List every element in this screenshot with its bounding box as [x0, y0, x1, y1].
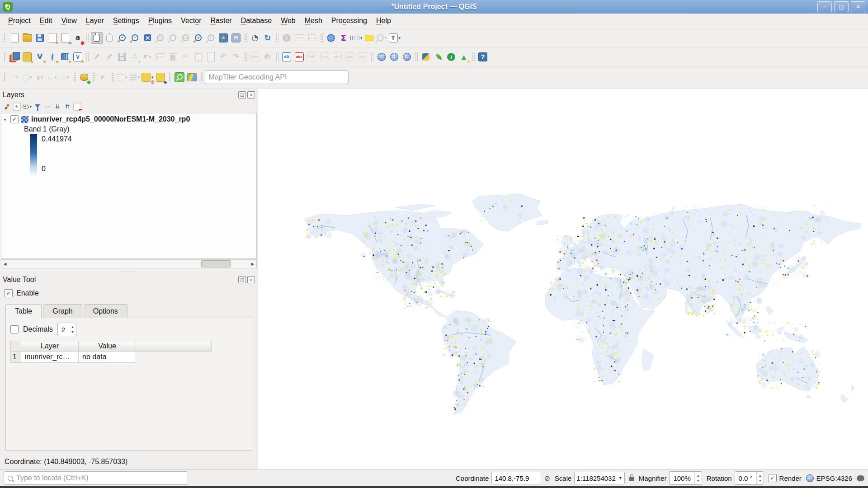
new-spatial-bookmark-button[interactable]: ★ — [217, 32, 229, 44]
delete-selected-button[interactable] — [167, 51, 179, 63]
add-feature-button[interactable]: ∴★ — [129, 51, 141, 63]
show-statistics-panel-button[interactable]: Σ — [338, 32, 349, 44]
measure-line-dropdown-icon[interactable]: ▾ — [360, 36, 363, 40]
digitize-ellipse-button[interactable]: ◖▾ — [34, 71, 46, 83]
lock-scale-icon[interactable] — [629, 477, 634, 481]
zoom-full-button[interactable] — [142, 32, 153, 44]
new-temporary-scratch-layer-button[interactable]: ★ — [59, 51, 71, 63]
close-button[interactable]: × — [851, 1, 865, 12]
render-checkbox[interactable]: ✓ — [769, 474, 777, 482]
menu-layer[interactable]: Layer — [81, 15, 108, 27]
enable-checkbox[interactable]: ✓ — [5, 289, 13, 297]
scale-combo[interactable]: 1:118254032 ▼ — [574, 472, 624, 484]
python-console-button[interactable] — [420, 51, 432, 63]
style-manager-button[interactable]: a● — [72, 32, 84, 44]
save-project-button[interactable] — [34, 32, 46, 44]
layers-no-entry-dropdown-icon[interactable]: ▾ — [151, 75, 154, 80]
highlight-pinned-labels-button[interactable]: ab — [281, 51, 292, 63]
menu-processing[interactable]: Processing — [327, 15, 372, 27]
pan-map-to-selection-button[interactable] — [104, 32, 115, 44]
toolbar-handle[interactable] — [4, 52, 6, 61]
menu-view[interactable]: View — [57, 15, 81, 27]
extents-toggle-icon[interactable]: ⊘ — [544, 474, 550, 483]
toolbar-handle[interactable] — [169, 73, 171, 82]
minimize-button[interactable]: − — [817, 1, 832, 12]
processing-toolbox-button[interactable] — [325, 32, 337, 44]
measure-line-button[interactable]: ▾ — [350, 32, 363, 44]
value-tool-float-button[interactable]: ◱ — [238, 276, 246, 283]
rotation-down-icon[interactable]: ▼ — [757, 478, 764, 483]
pan-map-button[interactable] — [91, 32, 103, 44]
menu-edit[interactable]: Edit — [35, 15, 57, 27]
paste-features-button[interactable] — [205, 51, 217, 63]
metasearch-button[interactable] — [376, 51, 387, 63]
refresh-map-button[interactable]: ↻ — [262, 32, 274, 44]
new-virtual-layer-button[interactable]: V★ — [72, 51, 84, 63]
modify-attributes-button[interactable] — [154, 51, 166, 63]
deselect-features-dropdown-icon[interactable]: ▾ — [137, 75, 140, 80]
copy-features-button[interactable] — [192, 51, 204, 63]
menu-mesh[interactable]: Mesh — [300, 15, 327, 27]
collapse-all-button[interactable]: ⇈ — [63, 103, 71, 111]
toggle-editing-button[interactable] — [104, 51, 115, 63]
toolbar-handle[interactable] — [244, 52, 247, 61]
change-label-button[interactable]: abc — [357, 51, 368, 63]
value-tool-close-button[interactable]: × — [247, 276, 255, 283]
tab-table[interactable]: Table — [5, 304, 42, 318]
layers-tree[interactable]: ▾ ✓ inunriver_rcp4p5_00000NorESM1-M_2030… — [1, 113, 257, 258]
scroll-right-icon[interactable]: ▶ — [249, 260, 256, 268]
magnifier-up-icon[interactable]: ▲ — [695, 473, 702, 478]
manage-map-themes-dropdown-icon[interactable]: ▾ — [30, 105, 32, 109]
nominatim-geocoder-button[interactable]: ▾ — [376, 32, 388, 44]
filter-legend-by-expression-dropdown-icon[interactable]: ▾ — [48, 105, 50, 109]
layer-diagram-options-button[interactable] — [262, 51, 274, 63]
plugin-info-button[interactable]: i — [445, 51, 457, 63]
open-attribute-table-button[interactable] — [293, 32, 305, 44]
show-hide-labels-button[interactable]: abc — [319, 51, 330, 63]
menu-settings[interactable]: Settings — [108, 15, 144, 27]
select-features-dropdown-icon[interactable]: ▾ — [125, 75, 127, 80]
toolbar-handle[interactable] — [415, 52, 418, 61]
rotation-stepper[interactable]: 0.0 ° ▲▼ — [735, 471, 764, 485]
menu-vector[interactable]: Vector — [176, 15, 206, 27]
magnifier-stepper[interactable]: 100% ▲▼ — [669, 471, 702, 485]
layers-float-button[interactable]: ◱ — [238, 91, 246, 99]
redo-button[interactable]: ↷ — [230, 51, 242, 63]
db-manager-button[interactable]: ● — [78, 71, 90, 83]
open-project-button[interactable] — [21, 32, 33, 44]
decimals-stepper[interactable]: 2 ▲▼ — [57, 323, 76, 336]
layers-close-button[interactable]: × — [247, 91, 255, 99]
rotation-up-icon[interactable]: ▲ — [757, 473, 764, 478]
restore-button[interactable]: ◱ — [834, 1, 849, 12]
remove-layer-group-button[interactable]: ▬ — [73, 103, 81, 111]
show-spatial-bookmarks-button[interactable]: ▤ — [230, 32, 242, 44]
filter-legend-by-expression-button[interactable]: ε▾ — [43, 103, 52, 111]
zoom-to-selection-button[interactable]: + — [154, 32, 166, 44]
layer-expander-icon[interactable]: ▾ — [2, 117, 8, 122]
toolbar-handle[interactable] — [4, 73, 6, 82]
select-features-button[interactable]: ▾ — [116, 71, 128, 83]
toolbar-handle[interactable] — [86, 33, 89, 42]
data-source-manager-button[interactable] — [9, 51, 20, 63]
new-print-layout-button[interactable]: ★ — [47, 32, 58, 44]
tab-options[interactable]: Options — [84, 304, 127, 318]
messages-icon[interactable] — [857, 475, 864, 481]
plugin-wizard-button[interactable]: ▲★ — [458, 51, 470, 63]
digitize-circle-dropdown-icon[interactable]: ▾ — [30, 75, 33, 80]
digitize-with-curve-button[interactable]: ◠▾ — [9, 71, 20, 83]
toolbar-handle[interactable] — [371, 52, 373, 61]
layer-visibility-checkbox[interactable]: ✓ — [10, 115, 19, 123]
new-shapefile-layer-button[interactable]: V★ — [34, 51, 46, 63]
layer-labeling-options-button[interactable]: abc — [249, 51, 261, 63]
menu-project[interactable]: Project — [4, 15, 35, 27]
digitize-regular-polygon-dropdown-icon[interactable]: ▾ — [67, 75, 69, 80]
scroll-left-icon[interactable]: ◀ — [1, 260, 9, 268]
new-project-button[interactable] — [9, 32, 20, 44]
web-globe-2-button[interactable] — [388, 51, 400, 63]
zoom-out-button[interactable]: − — [129, 32, 141, 44]
table-row[interactable]: 1 inunriver_rc… no data — [11, 352, 212, 363]
digitize-rectangle-dropdown-icon[interactable]: ▾ — [55, 75, 57, 80]
web-globe-3-button[interactable] — [401, 51, 413, 63]
help-contents-button[interactable]: ? — [477, 51, 489, 63]
zoom-to-native-resolution-button[interactable]: 1:1 — [179, 32, 191, 44]
